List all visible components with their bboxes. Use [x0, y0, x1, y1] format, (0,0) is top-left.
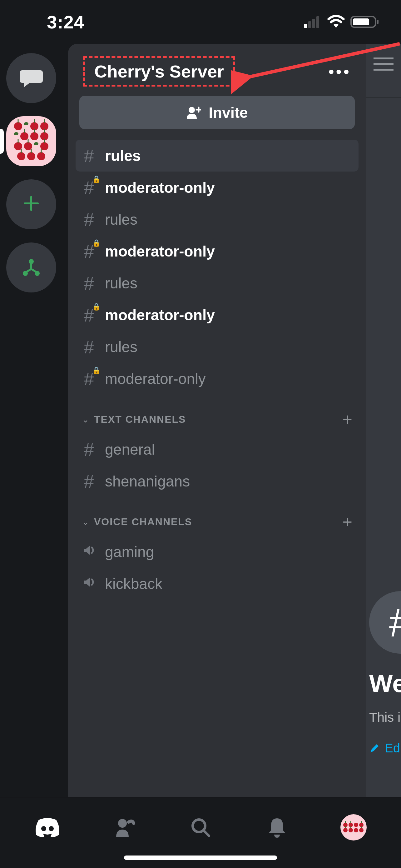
edit-channel-link[interactable]: Ed: [369, 741, 400, 755]
category-label: TEXT CHANNELS: [94, 414, 186, 425]
channel-item[interactable]: gaming: [68, 536, 366, 568]
lock-icon: 🔒: [92, 303, 101, 311]
battery-icon: [350, 15, 379, 28]
channel-item[interactable]: #rules: [68, 204, 366, 235]
channel-item[interactable]: #general: [68, 433, 366, 465]
channel-name: moderator-only: [105, 179, 215, 196]
svg-rect-6: [377, 20, 378, 24]
tab-search[interactable]: [182, 809, 219, 846]
welcome-heading: We: [369, 669, 401, 698]
channel-name: rules: [105, 147, 141, 164]
svg-rect-0: [304, 24, 307, 28]
channel-item[interactable]: #🔒moderator-only: [68, 172, 366, 204]
lock-icon: 🔒: [92, 367, 101, 375]
svg-point-14: [118, 819, 127, 828]
tab-profile[interactable]: [335, 809, 372, 846]
channel-hash-hero: #: [369, 591, 401, 654]
search-icon: [190, 816, 211, 838]
hash-icon: #🔒: [82, 305, 96, 326]
status-bar: 3:24: [0, 0, 401, 44]
channel-panel: Cherry's Server ••• Invite #rules#🔒moder…: [68, 44, 366, 797]
channel-name: rules: [105, 338, 137, 355]
plus-icon: [23, 192, 40, 217]
lock-icon: 🔒: [92, 175, 101, 183]
category-label: VOICE CHANNELS: [94, 516, 192, 528]
lock-icon: 🔒: [92, 239, 101, 247]
wifi-icon: [327, 15, 345, 28]
status-indicators: [304, 15, 379, 28]
hamburger-icon[interactable]: [373, 58, 394, 71]
hash-icon: #: [82, 145, 96, 166]
channel-name: rules: [105, 211, 137, 228]
speaker-icon: [82, 544, 96, 560]
speaker-icon: [82, 576, 96, 592]
channel-item[interactable]: #🔒moderator-only: [68, 235, 366, 267]
server-avatar-cherry[interactable]: [6, 116, 56, 166]
channel-name: shenanigans: [105, 473, 190, 490]
channel-item[interactable]: kickback: [68, 568, 366, 599]
add-channel-button[interactable]: +: [342, 512, 352, 531]
cellular-icon: [304, 16, 322, 28]
tab-home[interactable]: [29, 809, 66, 846]
server-name-highlight: Cherry's Server: [83, 56, 235, 87]
home-indicator: [124, 856, 277, 860]
profile-avatar: [340, 814, 367, 840]
tab-notifications[interactable]: [258, 809, 296, 846]
waving-person-icon: [113, 816, 135, 838]
bell-icon: [267, 816, 287, 838]
direct-messages-button[interactable]: [6, 53, 56, 103]
hash-icon: #🔒: [82, 177, 96, 198]
channel-item[interactable]: #🔒moderator-only: [68, 363, 366, 395]
channel-item[interactable]: #rules: [68, 267, 366, 299]
channel-item[interactable]: #rules: [68, 331, 366, 363]
channel-name: rules: [105, 275, 137, 292]
svg-rect-5: [353, 19, 369, 25]
channel-name: general: [105, 441, 155, 458]
add-channel-button[interactable]: +: [342, 410, 352, 429]
server-rail: [0, 44, 63, 868]
channel-name: moderator-only: [105, 370, 206, 388]
add-server-button[interactable]: [6, 179, 56, 229]
hash-icon: #: [82, 439, 96, 460]
chevron-down-icon: ⌄: [82, 414, 89, 425]
channel-item[interactable]: #🔒moderator-only: [68, 299, 366, 331]
channel-item[interactable]: #shenanigans: [68, 465, 366, 497]
server-menu-button[interactable]: •••: [328, 62, 351, 81]
channel-item[interactable]: #rules: [75, 140, 359, 172]
status-time: 3:24: [47, 11, 84, 32]
svg-rect-2: [312, 19, 315, 28]
category-header[interactable]: ⌄TEXT CHANNELS+: [68, 395, 366, 433]
tab-friends[interactable]: [105, 809, 143, 846]
active-server-indicator: [0, 129, 4, 154]
channel-list: #rules#🔒moderator-only#rules#🔒moderator-…: [68, 140, 366, 797]
channel-name: gaming: [105, 544, 154, 561]
hash-icon: #: [82, 209, 96, 230]
welcome-subtext: This i: [369, 710, 400, 725]
hash-icon: #: [82, 273, 96, 294]
discord-logo-icon: [32, 816, 63, 839]
svg-rect-3: [316, 16, 319, 28]
server-discovery-button[interactable]: [6, 243, 56, 292]
pencil-icon: [369, 743, 380, 754]
hash-icon: #🔒: [82, 241, 96, 262]
chat-sliver[interactable]: # We This i Ed: [366, 44, 401, 797]
hub-icon: [22, 258, 41, 277]
channel-name: kickback: [105, 575, 162, 592]
hash-icon: #🔒: [82, 368, 96, 389]
svg-point-10: [189, 107, 195, 113]
server-name[interactable]: Cherry's Server: [94, 61, 224, 82]
hash-icon: #: [82, 471, 96, 492]
invite-button[interactable]: Invite: [79, 96, 355, 129]
category-header[interactable]: ⌄VOICE CHANNELS+: [68, 497, 366, 536]
channel-name: moderator-only: [105, 307, 215, 324]
chevron-down-icon: ⌄: [82, 517, 89, 527]
channel-name: moderator-only: [105, 243, 215, 260]
svg-point-12: [41, 826, 46, 831]
svg-line-16: [204, 831, 209, 836]
svg-point-13: [49, 826, 54, 831]
hash-icon: #: [82, 337, 96, 358]
svg-rect-1: [308, 21, 311, 28]
invite-label: Invite: [209, 104, 248, 121]
add-user-icon: [186, 106, 201, 119]
